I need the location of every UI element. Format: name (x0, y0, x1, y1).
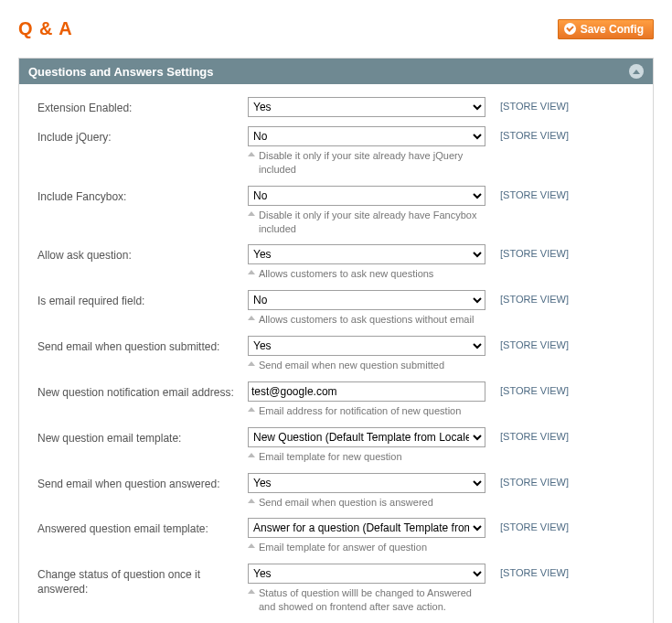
check-icon (564, 23, 576, 35)
hint-notify-address: Email address for notification of new qu… (259, 404, 461, 418)
panel-header[interactable]: Questions and Answers Settings (19, 59, 653, 84)
hint-include-jquery: Disable it only if your site already hav… (259, 149, 485, 177)
hint-arrow-icon (248, 316, 255, 320)
input-notify-address[interactable] (248, 381, 485, 402)
save-config-label: Save Config (581, 23, 644, 36)
select-extension-enabled[interactable]: Yes (248, 97, 485, 117)
label-answered-template: Answered question email template: (37, 518, 248, 536)
hint-arrow-icon (248, 453, 255, 457)
scope-label: [STORE VIEW] (500, 381, 569, 396)
hint-arrow-icon (248, 499, 255, 503)
select-answered-template[interactable]: Answer for a question (Default Template … (248, 518, 485, 538)
scope-label: [STORE VIEW] (500, 186, 569, 200)
hint-send-answered: Send email when question is answered (259, 496, 433, 510)
hint-arrow-icon (248, 361, 255, 366)
select-include-fancybox[interactable]: No (248, 186, 485, 206)
scope-label: [STORE VIEW] (500, 564, 569, 578)
label-new-template: New question email template: (37, 427, 248, 446)
label-send-answered: Send email when question answered: (37, 473, 248, 491)
panel-body: Extension Enabled: Yes [STORE VIEW] Incl… (19, 84, 653, 623)
hint-send-submitted: Send email when new question submitted (259, 359, 444, 372)
scope-label: [STORE VIEW] (500, 518, 569, 532)
collapse-icon[interactable] (629, 64, 644, 79)
scope-label: [STORE VIEW] (500, 126, 569, 141)
select-allow-ask[interactable]: Yes (248, 244, 485, 264)
label-send-submitted: Send email when question submitted: (37, 336, 248, 354)
scope-label: [STORE VIEW] (500, 244, 569, 259)
label-include-jquery: Include jQuery: (37, 126, 248, 145)
scope-label: [STORE VIEW] (500, 473, 569, 488)
label-allow-ask: Allow ask question: (37, 244, 248, 263)
select-change-status[interactable]: Yes (248, 564, 485, 584)
select-send-answered[interactable]: Yes (248, 473, 485, 493)
scope-label: [STORE VIEW] (500, 97, 569, 112)
scope-label: [STORE VIEW] (500, 336, 569, 350)
hint-change-status: Status of question willl be changed to A… (259, 586, 485, 614)
hint-arrow-icon (248, 211, 255, 216)
label-extension-enabled: Extension Enabled: (37, 97, 248, 115)
select-include-jquery[interactable]: No (248, 126, 485, 146)
hint-arrow-icon (248, 152, 255, 156)
label-include-fancybox: Include Fancybox: (37, 186, 248, 204)
scope-label: [STORE VIEW] (500, 290, 569, 305)
hint-include-fancybox: Disable it only if your site already hav… (259, 209, 485, 236)
page-title: Q & A (18, 18, 73, 39)
label-change-status: Change status of question once it answer… (37, 564, 248, 596)
scope-label: [STORE VIEW] (500, 427, 569, 442)
hint-new-template: Email template for new question (259, 450, 402, 464)
save-config-button[interactable]: Save Config (558, 19, 654, 39)
hint-arrow-icon (248, 589, 255, 594)
label-notify-address: New question notification email address: (37, 381, 248, 400)
select-email-required[interactable]: No (248, 290, 485, 310)
hint-arrow-icon (248, 270, 255, 274)
hint-arrow-icon (248, 407, 255, 412)
settings-panel: Questions and Answers Settings Extension… (18, 58, 654, 623)
hint-email-required: Allows customers to ask questions withou… (259, 313, 474, 327)
select-send-submitted[interactable]: Yes (248, 336, 485, 356)
hint-arrow-icon (248, 543, 255, 548)
label-email-required: Is email required field: (37, 290, 248, 308)
select-new-template[interactable]: New Question (Default Template from Loca… (248, 427, 485, 447)
panel-title: Questions and Answers Settings (28, 65, 214, 79)
hint-answered-template: Email template for answer of question (259, 541, 427, 554)
hint-allow-ask: Allows customers to ask new questions (259, 267, 433, 281)
